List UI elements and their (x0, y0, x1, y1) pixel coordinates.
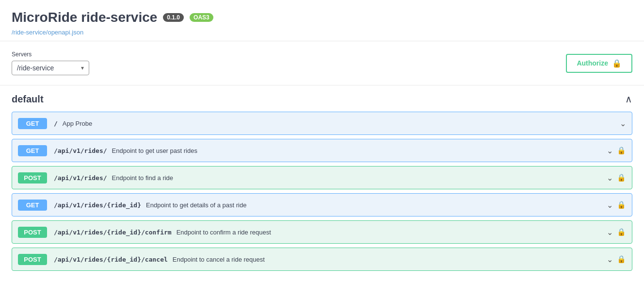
lock-icon: 🔒 (617, 173, 626, 182)
endpoint-description: Endpoint to find a ride (112, 174, 607, 182)
method-badge: POST (18, 254, 47, 265)
lock-icon: 🔒 (612, 59, 622, 68)
endpoint-row[interactable]: POST/api/v1/rides/Endpoint to find a rid… (12, 166, 632, 189)
endpoint-description: App Probe (63, 120, 620, 127)
endpoint-description: Endpoint to confirm a ride request (177, 229, 607, 236)
method-badge: GET (18, 145, 47, 156)
chevron-down-icon[interactable]: ⌄ (607, 173, 613, 183)
lock-icon: 🔒 (617, 255, 626, 264)
servers-container: Servers /ride-service ▾ (12, 51, 89, 75)
chevron-down-icon[interactable]: ⌄ (607, 146, 613, 155)
endpoint-actions: ⌄🔒 (607, 255, 626, 264)
endpoint-row[interactable]: GET/api/v1/rides/{ride_id}Endpoint to ge… (12, 193, 632, 217)
lock-icon: 🔒 (617, 200, 626, 209)
endpoint-path: /api/v1/rides/{ride_id}/confirm (54, 229, 172, 236)
method-badge: POST (18, 227, 47, 238)
endpoint-row[interactable]: GET/api/v1/rides/Endpoint to get user pa… (12, 139, 632, 162)
section-header: default ∧ (12, 93, 632, 105)
servers-label: Servers (12, 51, 89, 58)
method-badge: GET (18, 118, 47, 129)
collapse-icon[interactable]: ∧ (625, 93, 632, 105)
server-selected-value: /ride-service (17, 64, 54, 72)
endpoint-actions: ⌄🔒 (607, 200, 626, 210)
endpoint-actions: ⌄🔒 (607, 173, 626, 183)
server-select[interactable]: /ride-service ▾ (12, 61, 89, 75)
method-badge: POST (18, 172, 47, 183)
lock-icon: 🔒 (617, 228, 626, 236)
endpoint-row[interactable]: GET/App Probe⌄ (12, 112, 632, 135)
endpoint-description: Endpoint to get user past rides (112, 147, 607, 154)
api-link[interactable]: /ride-service/openapi.json (12, 29, 83, 36)
chevron-down-icon[interactable]: ⌄ (607, 200, 613, 210)
endpoint-path: /api/v1/rides/{ride_id} (54, 201, 141, 209)
authorize-label: Authorize (577, 59, 608, 67)
endpoint-actions: ⌄🔒 (607, 146, 626, 155)
servers-section: Servers /ride-service ▾ Authorize 🔒 (0, 41, 644, 85)
endpoint-row[interactable]: POST/api/v1/rides/{ride_id}/cancelEndpoi… (12, 248, 632, 271)
chevron-down-icon[interactable]: ⌄ (620, 119, 626, 128)
endpoint-description: Endpoint to cancel a ride request (173, 256, 607, 263)
endpoints-list: GET/App Probe⌄GET/api/v1/rides/Endpoint … (12, 112, 632, 271)
endpoint-path: /api/v1/rides/{ride_id}/cancel (54, 256, 168, 263)
chevron-down-icon[interactable]: ⌄ (607, 228, 613, 237)
oas-badge: OAS3 (190, 13, 213, 22)
endpoint-row[interactable]: POST/api/v1/rides/{ride_id}/confirmEndpo… (12, 220, 632, 244)
endpoint-path: /api/v1/rides/ (54, 174, 107, 182)
page-title: MicroRide ride-service (12, 10, 157, 25)
chevron-down-icon[interactable]: ⌄ (607, 255, 613, 264)
chevron-down-icon: ▾ (81, 65, 84, 71)
version-badge: 0.1.0 (163, 13, 184, 22)
endpoint-actions: ⌄ (620, 119, 626, 128)
section-title: default (12, 94, 44, 105)
lock-icon: 🔒 (617, 146, 626, 155)
default-section: default ∧ GET/App Probe⌄GET/api/v1/rides… (0, 85, 644, 283)
endpoint-description: Endpoint to get details of a past ride (146, 201, 607, 209)
method-badge: GET (18, 200, 47, 211)
authorize-button[interactable]: Authorize 🔒 (566, 54, 632, 73)
endpoint-actions: ⌄🔒 (607, 228, 626, 237)
endpoint-path: / (54, 120, 58, 127)
page-header: MicroRide ride-service 0.1.0 OAS3 /ride-… (0, 0, 644, 41)
endpoint-path: /api/v1/rides/ (54, 147, 107, 154)
